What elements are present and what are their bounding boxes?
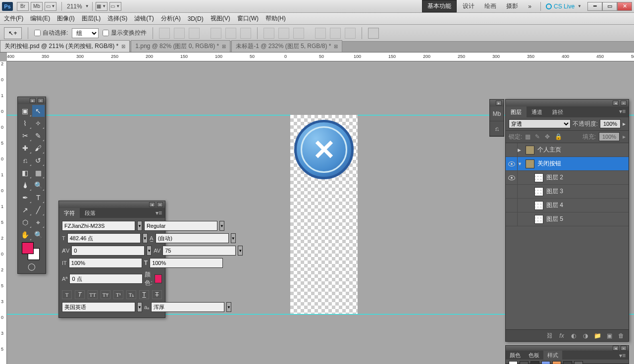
tab-styles[interactable]: 样式	[543, 351, 562, 360]
fill-flyout-icon[interactable]: ▸	[623, 133, 626, 140]
auto-align-icon[interactable]	[368, 28, 379, 39]
layer-thumbnail[interactable]	[534, 201, 543, 210]
style-dropdown-icon[interactable]: ▼	[219, 221, 224, 231]
style-swatch[interactable]	[530, 361, 539, 364]
history-dock-icon[interactable]: ⎌	[490, 121, 504, 136]
minibridge-icon[interactable]: Mb	[31, 2, 43, 11]
new-group-icon[interactable]: 📁	[593, 332, 602, 340]
distribute-bottom-icon[interactable]	[293, 28, 304, 39]
cslive-button[interactable]: CS Live▼	[546, 3, 581, 10]
layer-thumbnail[interactable]	[526, 159, 534, 168]
align-right-icon[interactable]	[240, 28, 251, 39]
lang-dropdown-icon[interactable]: ▼	[137, 302, 142, 312]
style-swatch[interactable]	[563, 361, 572, 364]
aa-dropdown-icon[interactable]: ▼	[226, 302, 231, 312]
show-transform-checkbox[interactable]: 显示变换控件	[103, 29, 147, 37]
heal-tool[interactable]: ✚	[19, 142, 32, 154]
layer-item[interactable]: 图层 5	[506, 212, 629, 226]
quickmask-tool[interactable]: ◯	[19, 260, 45, 272]
distribute-top-icon[interactable]	[264, 28, 274, 39]
layer-thumbnail[interactable]	[534, 173, 543, 182]
adjustment-layer-icon[interactable]: ◑	[581, 332, 590, 340]
align-bottom-icon[interactable]	[189, 28, 200, 39]
menu-window[interactable]: 窗口(W)	[237, 14, 259, 23]
panel-menu-icon[interactable]: ▾≡	[616, 351, 629, 360]
blend-mode-select[interactable]: 穿透	[509, 119, 571, 128]
collapse-icon[interactable]: ◂	[613, 101, 619, 105]
style-swatch[interactable]	[552, 361, 561, 364]
layer-name[interactable]: 图层 5	[546, 215, 563, 223]
doc-tab-2-close-icon[interactable]: ⊠	[334, 44, 338, 49]
swap-colors-icon[interactable]	[21, 255, 26, 260]
tracking-input[interactable]	[162, 246, 236, 256]
visibility-toggle[interactable]	[506, 157, 518, 170]
visibility-toggle[interactable]	[506, 143, 518, 156]
link-layers-icon[interactable]: ⛓	[545, 332, 554, 340]
lock-position-icon[interactable]: ✥	[545, 133, 552, 140]
history-brush-tool[interactable]: ↺	[32, 155, 45, 166]
doc-tab-0[interactable]: 关闭按钮.psd @ 211% (关闭按钮, RGB/8) *⊠	[0, 40, 130, 52]
layer-name[interactable]: 个人主页	[537, 146, 561, 154]
style-swatch[interactable]	[541, 361, 550, 364]
screen-mode-icon[interactable]: ▭▼	[109, 2, 121, 11]
panel-menu-icon[interactable]: ▾≡	[153, 208, 165, 218]
distribute-left-icon[interactable]	[315, 28, 326, 39]
folder-arrow-icon[interactable]: ▶	[518, 148, 523, 153]
dock-header[interactable]: ▸	[490, 100, 504, 106]
layer-name[interactable]: 图层 3	[546, 187, 563, 196]
tab-color[interactable]: 颜色	[506, 351, 525, 360]
workspace-design[interactable]: 设计	[459, 0, 478, 12]
style-swatch[interactable]	[520, 361, 528, 364]
close-button[interactable]: ✕	[617, 2, 632, 11]
language-input[interactable]	[62, 302, 135, 312]
brush-tool[interactable]: 🖌	[32, 142, 45, 154]
lock-all-icon[interactable]: 🔒	[555, 133, 562, 140]
hscale-input[interactable]	[150, 258, 223, 268]
auto-select-checkbox[interactable]: 自动选择:	[34, 29, 68, 37]
layer-name[interactable]: 图层 2	[546, 173, 563, 182]
workspace-active[interactable]: 基本功能	[422, 0, 457, 12]
gradient-tool[interactable]: ▦	[32, 167, 45, 179]
lock-paint-icon[interactable]: ✎	[535, 133, 542, 140]
align-left-icon[interactable]	[211, 28, 221, 39]
subscript-icon[interactable]: T₁	[126, 290, 136, 299]
zoom-tool[interactable]: 🔍	[32, 229, 45, 241]
underline-icon[interactable]: T	[139, 290, 149, 299]
move-tool[interactable]: ↖	[32, 105, 45, 117]
layers-header[interactable]: ◂ ×	[506, 100, 629, 106]
vscale-input[interactable]	[69, 258, 142, 268]
allcaps-icon[interactable]: TT	[88, 290, 98, 299]
layer-item[interactable]: ▼关闭按钮	[506, 157, 629, 171]
distribute-vcenter-icon[interactable]	[278, 28, 289, 39]
foreground-color[interactable]	[22, 242, 34, 254]
panel-close-icon[interactable]: ×	[621, 101, 627, 105]
tab-paths[interactable]: 路径	[547, 106, 568, 117]
current-tool-icon[interactable]: ↖+	[4, 27, 22, 39]
font-style-input[interactable]	[144, 221, 217, 231]
layer-name[interactable]: 关闭按钮	[537, 159, 561, 168]
layer-mask-icon[interactable]: ◐	[569, 332, 578, 340]
maximize-button[interactable]: ▭	[602, 2, 617, 11]
superscript-icon[interactable]: T¹	[113, 290, 123, 299]
visibility-toggle[interactable]	[506, 185, 518, 198]
font-family-input[interactable]	[62, 221, 135, 231]
layer-name[interactable]: 图层 4	[546, 201, 563, 209]
layer-item[interactable]: ▶个人主页	[506, 143, 629, 157]
folder-arrow-icon[interactable]: ▼	[518, 161, 523, 166]
bridge-icon[interactable]: Br	[17, 2, 29, 11]
visibility-toggle[interactable]	[506, 199, 518, 212]
layer-item[interactable]: 图层 2	[506, 171, 629, 185]
type-tool[interactable]: T	[32, 192, 45, 204]
tab-character[interactable]: 字符	[59, 208, 80, 218]
opacity-input[interactable]	[600, 119, 621, 128]
align-top-icon[interactable]	[159, 28, 170, 39]
menu-image[interactable]: 图像(I)	[57, 14, 74, 23]
distribute-hcenter-icon[interactable]	[330, 28, 341, 39]
align-hcenter-icon[interactable]	[225, 28, 236, 39]
char-panel-header[interactable]: ◂ ×	[59, 201, 165, 208]
ruler-horizontal[interactable]: 4003503002502001501005005010015020025030…	[7, 52, 634, 61]
kerning-input[interactable]	[71, 246, 145, 256]
distribute-right-icon[interactable]	[345, 28, 356, 39]
layer-item[interactable]: 图层 4	[506, 199, 629, 212]
ruler-vertical[interactable]: 2010050101520253035	[0, 61, 7, 364]
